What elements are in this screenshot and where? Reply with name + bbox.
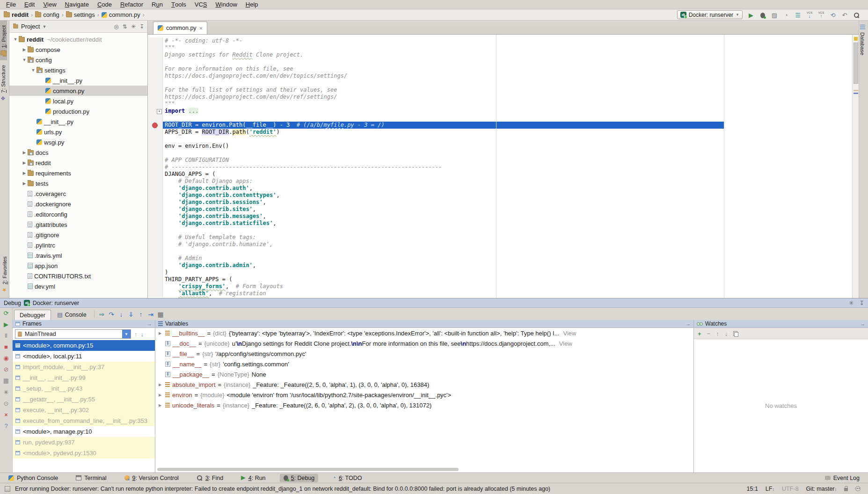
- tree-item-wsgi-py[interactable]: wsgi.py: [9, 137, 147, 147]
- tree-item-urls-py[interactable]: urls.py: [9, 127, 147, 137]
- breadcrumb-item-common-py[interactable]: common.py: [102, 11, 140, 18]
- code-line[interactable]: # Useful template tags:: [148, 234, 859, 241]
- help-button[interactable]: ?: [2, 422, 10, 430]
- gutter[interactable]: [148, 73, 163, 80]
- code-line[interactable]: [148, 115, 859, 122]
- variable-row[interactable]: ▶environ = {module} <module 'environ' fr…: [155, 390, 693, 400]
- tree-item-production-py[interactable]: production.py: [9, 106, 147, 116]
- menu-item-file[interactable]: File: [2, 0, 20, 9]
- down-watch-button[interactable]: ↓: [725, 330, 728, 337]
- code-line[interactable]: 'django.contrib.messages',: [148, 213, 859, 220]
- changes-button[interactable]: ⟲: [829, 11, 837, 18]
- code-line[interactable]: import ...: [148, 108, 859, 115]
- gutter[interactable]: [148, 171, 163, 178]
- next-frame-button[interactable]: ↓: [141, 331, 144, 338]
- gutter[interactable]: [148, 108, 163, 115]
- tree-toggle-icon[interactable]: ▼: [12, 37, 19, 42]
- stripe-tab-database[interactable]: Database: [859, 21, 866, 59]
- expander-icon[interactable]: ▶: [157, 393, 163, 397]
- code-line[interactable]: 'django.contrib.contenttypes',: [148, 192, 859, 199]
- toolwindow-tab-terminal[interactable]: Terminal: [72, 474, 110, 482]
- gutter[interactable]: [148, 129, 163, 136]
- gutter[interactable]: [148, 51, 163, 58]
- gutter[interactable]: [148, 276, 163, 283]
- gutter[interactable]: [148, 143, 163, 150]
- show-execution-point-button[interactable]: ⇒: [97, 310, 107, 318]
- frame-row[interactable]: <module>, local.py:11: [13, 351, 155, 362]
- menu-item-code[interactable]: Code: [93, 0, 116, 9]
- coverage-button[interactable]: ▨: [770, 11, 779, 18]
- frame-row[interactable]: <module>, pydevd.py:1530: [13, 448, 155, 458]
- step-out-button[interactable]: ↑: [136, 310, 146, 318]
- gutter[interactable]: [148, 115, 163, 122]
- chevron-down-icon[interactable]: ▼: [122, 330, 131, 338]
- tree-item-docs[interactable]: ▶docs: [9, 147, 147, 158]
- tree-item-reddit[interactable]: ▶reddit: [9, 158, 147, 168]
- tree-item-local-py[interactable]: local.py: [9, 96, 147, 106]
- code-line[interactable]: ): [148, 269, 859, 276]
- gutter[interactable]: [148, 290, 163, 297]
- menu-item-vcs[interactable]: VCS: [190, 0, 212, 9]
- variable-row[interactable]: __file__ = {str} '/app/config/settings/c…: [155, 349, 693, 359]
- step-over-button[interactable]: ↷: [107, 310, 117, 318]
- tree-item-__init__-py[interactable]: __init__.py: [9, 75, 147, 86]
- code-line[interactable]: DJANGO_APPS = (: [148, 171, 859, 178]
- breadcrumb-item-reddit[interactable]: reddit: [4, 11, 29, 18]
- settings-button[interactable]: ✳: [849, 300, 853, 306]
- gutter[interactable]: [148, 220, 163, 227]
- code-line[interactable]: [148, 136, 859, 143]
- code-line[interactable]: THIRD_PARTY_APPS = (: [148, 276, 859, 283]
- code-line[interactable]: # -*- coding: utf-8 -*-: [148, 37, 859, 44]
- settings-button[interactable]: ✳: [131, 23, 136, 30]
- settings-button[interactable]: ✳: [2, 388, 10, 396]
- gutter[interactable]: [148, 206, 163, 213]
- code-line[interactable]: # Default Django apps:: [148, 178, 859, 185]
- gutter[interactable]: [148, 58, 163, 65]
- up-watch-button[interactable]: ↑: [716, 330, 719, 337]
- code-line[interactable]: Django settings for Reddit Clone project…: [148, 51, 859, 58]
- toolwindow-tab-5-debug[interactable]: 5: Debug: [280, 474, 319, 482]
- gutter[interactable]: [148, 87, 163, 94]
- hide-button[interactable]: ↧: [139, 23, 144, 30]
- tree-toggle-icon[interactable]: ▶: [21, 181, 28, 186]
- menu-item-tools[interactable]: Tools: [167, 0, 190, 9]
- lock-icon[interactable]: [844, 488, 848, 491]
- view-link[interactable]: View: [559, 340, 572, 347]
- horizontal-scrollbar[interactable]: [157, 468, 459, 471]
- tree-toggle-icon[interactable]: ▶: [21, 160, 28, 165]
- code-line[interactable]: https://docs.djangoproject.com/en/dev/re…: [148, 94, 859, 101]
- frame-row[interactable]: import_module, __init__.py:37: [13, 362, 155, 372]
- variable-row[interactable]: __name__ = {str} 'config.settings.common…: [155, 359, 693, 369]
- gutter[interactable]: [148, 199, 163, 206]
- concurrency-button[interactable]: ☰: [794, 11, 802, 18]
- tree-toggle-icon[interactable]: ▶: [21, 47, 28, 52]
- tree-item-reddit[interactable]: ▼reddit~/cookiecutter/reddit: [9, 34, 147, 44]
- breadcrumb-item-config[interactable]: config: [35, 11, 59, 18]
- code-line[interactable]: For more information on this file, see: [148, 65, 859, 73]
- menu-item-window[interactable]: Window: [212, 0, 241, 9]
- code-line[interactable]: 'django.contrib.sessions',: [148, 199, 859, 206]
- mute-breakpoints-button[interactable]: ⊘: [2, 365, 10, 373]
- run-button[interactable]: ▶: [747, 11, 755, 18]
- panel-options-icon[interactable]: →: [147, 321, 152, 327]
- close-button[interactable]: ×: [2, 411, 10, 419]
- step-into-my-code-button[interactable]: ⇓: [126, 310, 136, 318]
- code-area[interactable]: # -*- coding: utf-8 -*-"""Django setting…: [148, 35, 859, 298]
- close-tab-icon[interactable]: ×: [199, 25, 203, 32]
- gutter[interactable]: [148, 248, 163, 255]
- tree-toggle-icon[interactable]: ▼: [21, 58, 28, 62]
- code-line[interactable]: # Admin: [148, 255, 859, 262]
- tab-debugger[interactable]: Debugger: [14, 310, 51, 320]
- run-to-cursor-button[interactable]: ⇥: [146, 310, 156, 318]
- menu-item-navigate[interactable]: Navigate: [61, 0, 93, 9]
- vcs-update-button[interactable]: [805, 11, 814, 19]
- add-watch-button[interactable]: +: [698, 330, 701, 337]
- code-line[interactable]: APPS_DIR = ROOT_DIR.path('reddit'): [148, 129, 859, 136]
- stripe-tab-2-favorites[interactable]: ★2: Favorites: [1, 252, 8, 298]
- pause-button[interactable]: Ⅱ: [2, 332, 10, 340]
- hide-button[interactable]: ↧: [860, 300, 864, 306]
- gutter[interactable]: [148, 234, 163, 241]
- code-line[interactable]: [148, 248, 859, 255]
- variable-row[interactable]: ▶__builtins__ = {dict} {'bytearray': <ty…: [155, 328, 693, 338]
- gutter[interactable]: [148, 185, 163, 192]
